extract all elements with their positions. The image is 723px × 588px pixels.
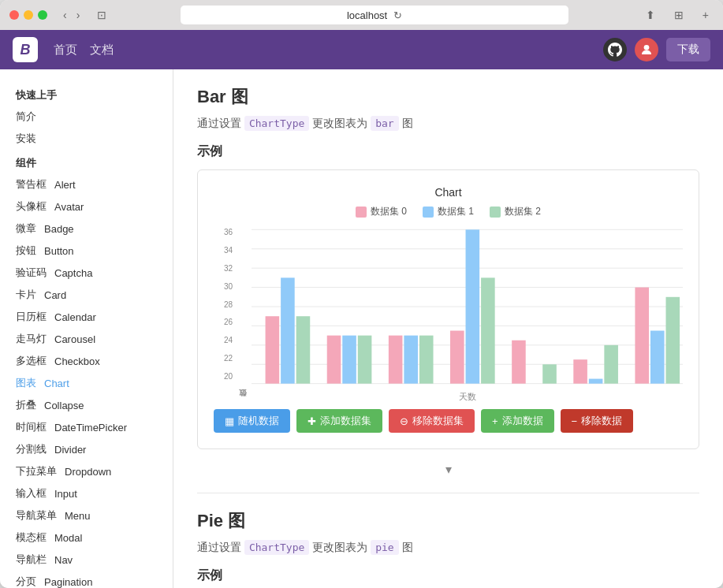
bar-chart-container: Chart 数据集 0 数据集 1 数据集 2 <box>197 169 699 449</box>
github-icon[interactable] <box>603 38 627 61</box>
reload-button[interactable]: ↻ <box>393 9 402 21</box>
bar-chart-desc: 通过设置 ChartType 更改图表为 bar 图 <box>197 117 699 131</box>
remove-data-button[interactable]: − 移除数据 <box>561 409 634 433</box>
sidebar-item-install[interactable]: 安装 <box>0 128 173 150</box>
legend-item-0: 数据集 0 <box>356 205 407 218</box>
sidebar-item-dropdown[interactable]: 下拉菜单 Dropdown <box>0 460 173 482</box>
sidebar-item-chart[interactable]: 图表 Chart <box>0 372 173 394</box>
sidebar-item-pagination[interactable]: 分页 Pagination <box>0 571 173 588</box>
main-layout: 快速上手 简介 安装 组件 警告框 Alert 头像框 Avatar 微章 Ba… <box>0 69 723 588</box>
bar-g1-d2 <box>296 316 311 383</box>
new-tab-button[interactable]: + <box>698 7 714 23</box>
sidebar-section-components: 组件 <box>0 150 173 173</box>
bar-chart-title: Bar 图 <box>197 85 699 109</box>
bar-g2-d2 <box>358 336 372 384</box>
minus-icon: − <box>572 415 578 427</box>
bar-g6-d0 <box>573 359 587 384</box>
sidebar-item-alert[interactable]: 警告框 Alert <box>0 173 173 195</box>
bar-g3-d0 <box>389 336 403 384</box>
y-axis-labels: 20 22 24 26 28 30 32 34 36 <box>214 228 233 403</box>
bar-g3-d2 <box>419 336 434 384</box>
download-button[interactable]: 下载 <box>666 38 710 61</box>
add-data-button[interactable]: + 添加数据 <box>481 409 554 433</box>
bar-g2-d0 <box>327 336 341 384</box>
section-divider <box>197 493 699 493</box>
code-bar: bar <box>371 116 398 131</box>
social-icon[interactable] <box>635 38 658 61</box>
bar-g5-d2 <box>542 364 557 383</box>
remove-dataset-button[interactable]: ⊖ 移除数据集 <box>389 409 475 433</box>
sidebar-item-collapse[interactable]: 折叠 Collapse <box>0 394 173 416</box>
share-button[interactable]: ⬆ <box>641 7 660 23</box>
legend-item-2: 数据集 2 <box>490 205 541 218</box>
nav-links: 首页 文档 <box>54 43 114 58</box>
sidebar-item-intro[interactable]: 简介 <box>0 106 173 128</box>
chart-title: Chart <box>214 186 683 199</box>
chart-svg-wrapper: 1 2 3 4 5 6 7 天数 <box>252 228 683 403</box>
bar-g6-d1 <box>589 379 603 384</box>
sidebar-item-modal[interactable]: 模态框 Modal <box>0 527 173 549</box>
bar-g2-d1 <box>342 336 356 384</box>
sidebar-item-button[interactable]: 按钮 Button <box>0 240 173 262</box>
sidebar-item-card[interactable]: 卡片 Card <box>0 284 173 306</box>
bar-chart-example-title: 示例 <box>197 143 699 160</box>
sidebar-item-menu[interactable]: 导航菜单 Menu <box>0 504 173 527</box>
content-area: Bar 图 通过设置 ChartType 更改图表为 bar 图 示例 Char… <box>173 69 723 588</box>
sidebar-item-badge[interactable]: 微章 Badge <box>0 218 173 240</box>
minimize-button[interactable] <box>24 10 33 20</box>
bar-g7-d2 <box>666 297 680 384</box>
sidebar-item-checkbox[interactable]: 多选框 Checkbox <box>0 350 173 372</box>
titlebar: ‹ › ⊡ localhost ↻ ⬆ ⊞ + <box>0 0 723 30</box>
add-dataset-button[interactable]: ✚ 添加数据集 <box>296 409 382 433</box>
bar-g1-d0 <box>266 316 280 383</box>
svg-point-0 <box>644 45 650 50</box>
code-charttype-pie: ChartType <box>244 540 309 555</box>
legend-color-2 <box>490 207 501 218</box>
chart-with-axes: 20 22 24 26 28 30 32 34 36 数值 <box>214 228 683 403</box>
tabs-button[interactable]: ⊞ <box>669 7 688 23</box>
collapse-arrow[interactable]: ▾ <box>197 462 699 477</box>
traffic-lights <box>9 10 47 20</box>
bar-g7-d0 <box>635 288 649 384</box>
sidebar-section-quickstart: 快速上手 <box>0 82 173 106</box>
maximize-button[interactable] <box>38 10 47 20</box>
bar-chart-svg: 1 2 3 4 5 6 7 <box>252 228 683 385</box>
code-charttype: ChartType <box>244 116 309 131</box>
bar-g4-d0 <box>450 331 464 384</box>
plus-icon-2: + <box>492 415 498 427</box>
sidebar-item-avatar[interactable]: 头像框 Avatar <box>0 195 173 218</box>
legend-label-0: 数据集 0 <box>371 205 407 218</box>
bar-g6-d2 <box>604 345 618 384</box>
sidebar-item-divider[interactable]: 分割线 Divider <box>0 438 173 460</box>
close-button[interactable] <box>9 10 19 20</box>
sidebar-item-input[interactable]: 输入框 Input <box>0 482 173 504</box>
sidebar-item-nav[interactable]: 导航栏 Nav <box>0 549 173 571</box>
legend-label-1: 数据集 1 <box>438 205 474 218</box>
sidebar-item-captcha[interactable]: 验证码 Captcha <box>0 262 173 284</box>
app-window: ‹ › ⊡ localhost ↻ ⬆ ⊞ + B 首页 文档 下载 <box>0 0 723 588</box>
pie-chart-example-title: 示例 <box>197 568 699 584</box>
x-axis-title: 天数 <box>252 391 683 403</box>
sidebar-item-carousel[interactable]: 走马灯 Carousel <box>0 328 173 350</box>
nav-home[interactable]: 首页 <box>54 43 77 58</box>
window-icon-button[interactable]: ⊡ <box>92 7 111 23</box>
y-axis-title: 数值 <box>237 228 248 403</box>
legend-color-0 <box>356 207 367 218</box>
navbar-right: 下载 <box>603 38 710 61</box>
navbar: B 首页 文档 下载 <box>0 30 723 69</box>
minus-circle-icon: ⊖ <box>400 415 408 427</box>
address-bar: localhost ↻ <box>181 6 568 24</box>
pie-chart-title: Pie 图 <box>197 509 699 533</box>
nav-docs[interactable]: 文档 <box>90 43 114 58</box>
random-data-button[interactable]: ▦ 随机数据 <box>214 409 290 433</box>
sidebar: 快速上手 简介 安装 组件 警告框 Alert 头像框 Avatar 微章 Ba… <box>0 69 173 588</box>
bar-g7-d1 <box>650 331 665 384</box>
back-button[interactable]: ‹ <box>60 7 70 23</box>
sidebar-item-calendar[interactable]: 日历框 Calendar <box>0 306 173 328</box>
forward-button[interactable]: › <box>73 7 84 23</box>
legend-color-1 <box>423 207 434 218</box>
pie-chart-desc: 通过设置 ChartType 更改图表为 pie 图 <box>197 541 699 555</box>
bar-g4-d2 <box>481 277 495 383</box>
bar-g5-d0 <box>512 341 526 384</box>
sidebar-item-datetimepicker[interactable]: 时间框 DateTimePicker <box>0 416 173 438</box>
